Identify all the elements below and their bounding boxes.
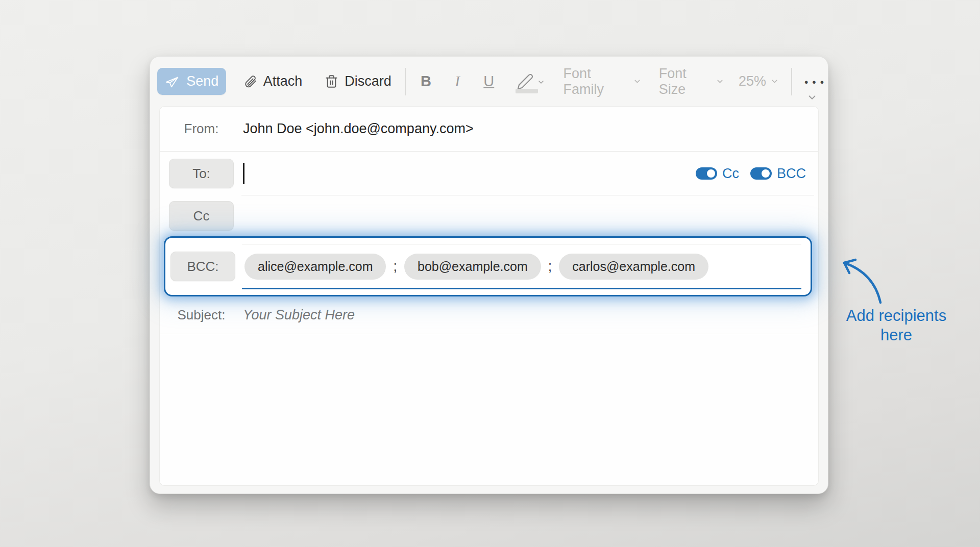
to-row: To: Cc BCC — [160, 152, 818, 195]
message-panel: From: John Doe <john.doe@company.com> To… — [159, 106, 819, 486]
discard-button[interactable]: Discard — [325, 73, 391, 89]
send-button[interactable]: Send — [157, 68, 226, 95]
font-size-label: Font Size — [659, 66, 712, 97]
recipient-toggles: Cc BCC — [696, 166, 806, 182]
bcc-toggle[interactable]: BCC — [750, 166, 806, 182]
recipient-separator: ; — [548, 259, 552, 275]
bcc-field-button[interactable]: BCC: — [170, 252, 235, 281]
send-label: Send — [186, 73, 218, 89]
recipient-chip[interactable]: bob@example.com — [404, 254, 541, 280]
annotation-line1: Add recipients — [835, 306, 958, 326]
attach-label: Attach — [263, 73, 303, 89]
bcc-input[interactable]: alice@example.com ; bob@example.com ; ca… — [244, 238, 811, 295]
highlighter-icon — [517, 73, 534, 90]
cc-toggle-switch — [696, 167, 717, 180]
bcc-toggle-label: BCC — [777, 166, 806, 182]
paperclip-icon — [243, 74, 257, 88]
bold-button[interactable]: B — [419, 73, 433, 90]
from-row: From: John Doe <john.doe@company.com> — [160, 107, 818, 152]
annotation-text: Add recipients here — [835, 306, 958, 345]
message-body[interactable] — [160, 334, 818, 485]
email-compose-screen: Send Attach — [0, 0, 980, 547]
to-input[interactable] — [234, 152, 696, 195]
cc-field-button[interactable]: Cc — [169, 201, 234, 231]
chevron-down-icon — [770, 77, 779, 86]
bcc-top-hairline — [242, 244, 801, 244]
chevron-down-icon — [633, 77, 642, 86]
cc-toggle-label: Cc — [722, 166, 739, 182]
zoom-dropdown[interactable]: 25% — [739, 73, 779, 89]
highlight-color-swatch — [516, 89, 538, 93]
trash-icon — [325, 74, 338, 88]
toolbar-collapse-chevron[interactable] — [806, 92, 818, 103]
from-value: John Doe <john.doe@company.com> — [243, 121, 474, 137]
text-cursor — [243, 163, 244, 184]
recipient-chip[interactable]: alice@example.com — [244, 254, 386, 280]
cc-row: Cc — [160, 195, 818, 236]
cc-toggle[interactable]: Cc — [696, 166, 739, 182]
annotation-arrow-icon — [832, 253, 914, 314]
compose-toolbar: Send Attach — [150, 57, 828, 106]
from-label: From: — [169, 121, 234, 137]
send-icon — [164, 74, 180, 89]
annotation-line2: here — [835, 326, 958, 345]
bcc-toggle-switch — [750, 167, 772, 180]
chevron-down-icon — [537, 78, 545, 86]
subject-row: Subject: Your Subject Here — [160, 296, 818, 334]
subject-label: Subject: — [169, 307, 234, 323]
highlight-button[interactable] — [517, 73, 545, 90]
subject-input[interactable]: Your Subject Here — [243, 307, 818, 323]
attach-button[interactable]: Attach — [243, 73, 303, 89]
compose-window: Send Attach — [150, 56, 828, 494]
to-field-button[interactable]: To: — [169, 159, 234, 188]
font-family-dropdown[interactable]: Font Family — [564, 66, 642, 97]
bcc-field-underline — [242, 288, 801, 289]
recipient-separator: ; — [393, 259, 397, 275]
zoom-value: 25% — [739, 73, 766, 89]
toolbar-divider — [791, 68, 792, 95]
font-size-dropdown[interactable]: Font Size — [659, 66, 724, 97]
bcc-row-highlighted: BCC: alice@example.com ; bob@example.com… — [164, 236, 812, 296]
italic-button[interactable]: I — [450, 73, 464, 90]
more-options-button[interactable]: ••• — [804, 75, 828, 88]
toolbar-divider — [405, 68, 406, 95]
underline-button[interactable]: U — [482, 73, 496, 90]
discard-label: Discard — [345, 73, 391, 89]
font-family-label: Font Family — [564, 66, 629, 97]
recipient-chip[interactable]: carlos@example.com — [559, 254, 708, 280]
chevron-down-icon — [716, 77, 724, 86]
